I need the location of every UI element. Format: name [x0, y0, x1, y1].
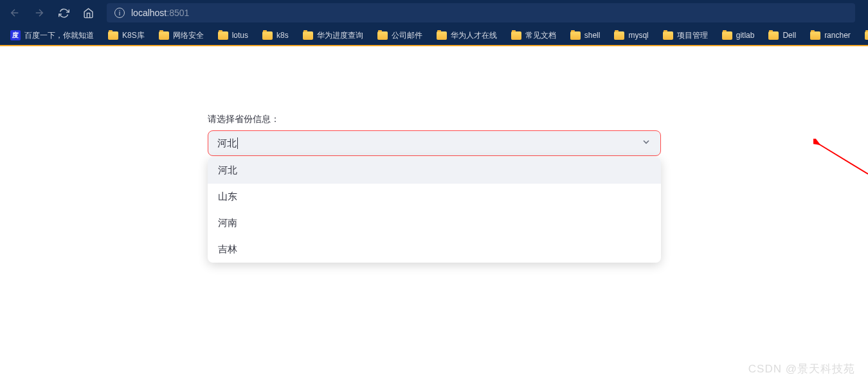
folder-icon — [437, 31, 447, 40]
bookmark-network-security[interactable]: 网络安全 — [154, 28, 209, 43]
main-content: 请选择省份信息： 河北 河北 山东 河南 吉林 — [0, 46, 868, 156]
bookmark-shell[interactable]: shell — [565, 29, 606, 42]
dropdown-option-hebei[interactable]: 河北 — [208, 157, 661, 184]
bookmark-dell[interactable]: Dell — [763, 29, 801, 42]
dropdown-option-henan[interactable]: 河南 — [208, 210, 661, 236]
forward-button[interactable] — [30, 3, 49, 22]
bookmark-k8s-lib[interactable]: K8S库 — [103, 28, 150, 43]
back-button[interactable] — [5, 3, 24, 22]
watermark: CSDN @景天科技苑 — [748, 362, 855, 376]
bookmarks-bar: 度 百度一下，你就知道 K8S库 网络安全 lotus k8s 华为进度查询 公… — [0, 26, 868, 46]
bookmark-label: 项目管理 — [677, 30, 708, 41]
folder-icon — [159, 31, 169, 40]
bookmark-label: 华为进度查询 — [317, 30, 363, 41]
bookmark-nexus[interactable]: nexus — [860, 29, 868, 42]
select-label: 请选择省份信息： — [208, 114, 661, 125]
home-button[interactable] — [78, 3, 98, 22]
folder-icon — [722, 31, 732, 40]
folder-icon — [108, 31, 118, 40]
folder-icon — [570, 31, 581, 40]
bookmark-huawei-progress[interactable]: 华为进度查询 — [298, 28, 368, 43]
dropdown-option-shandong[interactable]: 山东 — [208, 184, 661, 210]
bookmark-label: 网络安全 — [173, 30, 204, 41]
bookmark-label: 华为人才在线 — [451, 30, 497, 41]
url-text: localhost:8501 — [131, 8, 189, 18]
info-icon: i — [114, 8, 125, 18]
bookmark-label: 百度一下，你就知道 — [24, 30, 94, 41]
bookmark-label: Dell — [782, 31, 796, 40]
bookmark-mysql[interactable]: mysql — [609, 29, 653, 42]
folder-icon — [218, 31, 228, 40]
folder-icon — [262, 31, 273, 40]
chevron-down-icon — [641, 137, 651, 150]
bookmark-label: shell — [584, 31, 601, 40]
browser-navigation-bar: i localhost:8501 — [0, 0, 868, 26]
province-dropdown: 河北 山东 河南 吉林 — [208, 157, 661, 263]
bookmark-common-docs[interactable]: 常见文档 — [506, 28, 561, 43]
folder-icon — [511, 31, 521, 40]
select-widget: 请选择省份信息： 河北 河北 山东 河南 吉林 — [208, 114, 661, 156]
bookmark-k8s[interactable]: k8s — [257, 29, 294, 42]
bookmark-label: rancher — [824, 31, 851, 40]
bookmark-label: gitlab — [736, 31, 755, 40]
bookmark-label: 常见文档 — [525, 30, 556, 41]
bookmark-gitlab[interactable]: gitlab — [717, 29, 760, 42]
refresh-button[interactable] — [54, 3, 73, 22]
bookmark-rancher[interactable]: rancher — [805, 29, 856, 42]
bookmark-lotus[interactable]: lotus — [213, 29, 253, 42]
dropdown-option-jilin[interactable]: 吉林 — [208, 236, 661, 263]
folder-icon — [377, 31, 388, 40]
province-select-input[interactable]: 河北 — [208, 130, 661, 156]
bookmark-project-mgmt[interactable]: 项目管理 — [658, 28, 713, 43]
address-bar[interactable]: i localhost:8501 — [107, 3, 855, 22]
bookmark-baidu[interactable]: 度 百度一下，你就知道 — [5, 28, 99, 43]
baidu-icon: 度 — [10, 30, 21, 40]
bookmark-label: K8S库 — [122, 30, 145, 41]
bookmark-label: lotus — [232, 31, 248, 40]
folder-icon — [614, 31, 624, 40]
folder-icon — [865, 31, 868, 40]
select-value: 河北 — [217, 137, 238, 150]
folder-icon — [303, 31, 313, 40]
bookmark-label: mysql — [628, 31, 648, 40]
bookmark-label: 公司邮件 — [392, 30, 422, 41]
bookmark-company-mail[interactable]: 公司邮件 — [372, 28, 428, 43]
folder-icon — [768, 31, 779, 40]
bookmark-huawei-talent[interactable]: 华为人才在线 — [431, 28, 502, 43]
bookmark-label: k8s — [276, 31, 289, 40]
folder-icon — [810, 31, 820, 40]
folder-icon — [663, 31, 673, 40]
